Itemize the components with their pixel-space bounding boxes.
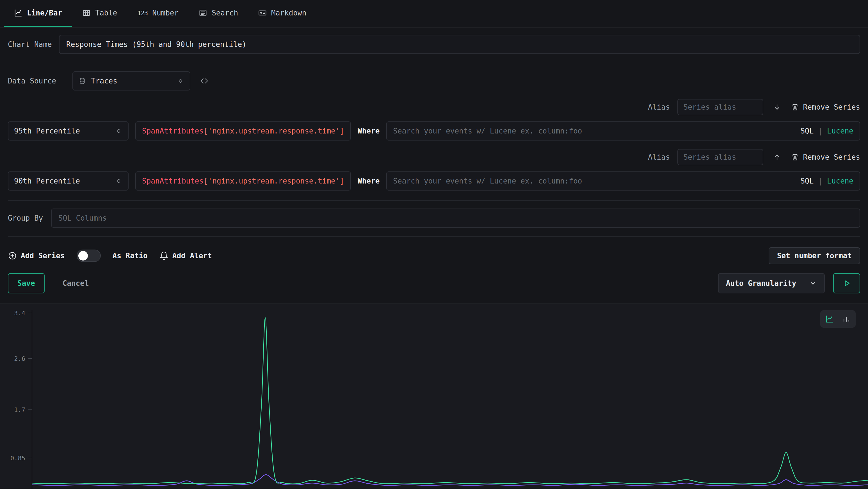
move-series-down-button[interactable]: [771, 100, 783, 114]
save-button[interactable]: Save: [8, 273, 44, 293]
field-function: SpanAttributes: [142, 177, 204, 185]
select-chevrons-icon: [177, 77, 184, 85]
tab-label: Number: [152, 9, 179, 17]
bar-chart-toggle-button[interactable]: [839, 312, 854, 326]
chart-svg: 0.851.72.63.4: [0, 304, 868, 489]
save-row: Save Cancel Auto Granularity: [8, 273, 860, 293]
line-chart-icon: [14, 9, 23, 17]
aggregation-value: 90th Percentile: [14, 177, 110, 185]
code-editor-button[interactable]: [198, 74, 211, 88]
series-2-where-input[interactable]: [393, 177, 795, 185]
series-1-aggregation-select[interactable]: 95th Percentile: [8, 121, 129, 141]
data-source-select[interactable]: Traces: [72, 71, 190, 90]
run-query-button[interactable]: [833, 273, 860, 293]
tab-label: Line/Bar: [27, 9, 62, 17]
query-language-toggle: SQL | Lucene: [800, 177, 854, 185]
set-number-format-button[interactable]: Set number format: [769, 247, 860, 264]
add-alert-button[interactable]: Add Alert: [159, 251, 212, 260]
lucene-toggle[interactable]: Lucene: [827, 127, 854, 135]
data-source-label: Data Source: [8, 77, 59, 85]
search-list-icon: [199, 9, 207, 17]
series-2-alias-input[interactable]: [677, 149, 763, 165]
granularity-select[interactable]: Auto Granularity: [718, 273, 825, 293]
add-alert-label: Add Alert: [173, 252, 212, 260]
field-argument: ['nginx.upstream.response.time']: [204, 127, 344, 135]
number-123-icon: 123: [137, 9, 148, 17]
series-1-where-input[interactable]: [393, 127, 795, 135]
select-chevrons-icon: [115, 127, 122, 135]
series-2-alias-row: Alias Remove Series: [8, 149, 860, 165]
section-divider: [8, 200, 860, 201]
chart-type-toggle: [820, 310, 856, 328]
language-divider: |: [818, 177, 823, 185]
chart-name-input[interactable]: [59, 35, 860, 54]
data-source-value: Traces: [91, 77, 172, 85]
tab-bar: Line/Bar Table 123 Number Search Markdow…: [0, 0, 868, 28]
line-chart-toggle-button[interactable]: [822, 312, 837, 326]
trash-icon: [791, 103, 799, 111]
bell-icon: [159, 251, 168, 260]
table-icon: [82, 9, 91, 17]
trash-icon: [791, 153, 799, 161]
sql-toggle[interactable]: SQL: [800, 177, 813, 185]
tab-label: Markdown: [271, 9, 306, 17]
query-language-toggle: SQL | Lucene: [800, 127, 854, 135]
field-argument: ['nginx.upstream.response.time']: [204, 177, 344, 185]
svg-text:2.6: 2.6: [14, 355, 25, 362]
bar-chart-icon: [842, 315, 850, 323]
language-divider: |: [818, 127, 823, 135]
tab-markdown[interactable]: Markdown: [248, 0, 316, 27]
field-function: SpanAttributes: [142, 127, 204, 135]
where-label: Where: [358, 177, 379, 185]
svg-text:1.7: 1.7: [14, 406, 25, 413]
alias-label: Alias: [648, 103, 670, 111]
actions-row: Add Series As Ratio Add Alert Set number…: [8, 247, 860, 264]
series-2-aggregation-select[interactable]: 90th Percentile: [8, 171, 129, 191]
arrow-down-icon: [773, 103, 781, 111]
series-2-field[interactable]: SpanAttributes['nginx.upstream.response.…: [135, 171, 351, 191]
remove-series-1-button[interactable]: Remove Series: [791, 103, 861, 111]
remove-series-label: Remove Series: [803, 103, 861, 111]
add-series-button[interactable]: Add Series: [8, 251, 65, 260]
arrow-up-icon: [773, 153, 781, 161]
line-chart-icon: [825, 315, 834, 323]
chart-form: Chart Name Data Source Traces Alias: [0, 35, 868, 293]
tab-label: Search: [212, 9, 238, 17]
add-series-label: Add Series: [21, 252, 65, 260]
group-by-input[interactable]: [51, 208, 860, 228]
chart-builder: Line/Bar Table 123 Number Search Markdow…: [0, 0, 868, 488]
database-icon: [79, 77, 86, 85]
group-by-label: Group By: [8, 214, 51, 222]
granularity-value: Auto Granularity: [726, 279, 796, 287]
chart-panel: 0.851.72.63.4: [0, 303, 868, 488]
svg-text:3.4: 3.4: [14, 310, 25, 317]
series-1-row: 95th Percentile SpanAttributes['nginx.up…: [8, 121, 860, 141]
play-icon: [842, 279, 851, 287]
where-label: Where: [358, 127, 379, 135]
move-series-up-button[interactable]: [771, 151, 783, 164]
chevron-down-icon: [809, 279, 817, 287]
series-1-field[interactable]: SpanAttributes['nginx.upstream.response.…: [135, 121, 351, 141]
toggle-knob: [78, 251, 88, 260]
tab-number[interactable]: 123 Number: [127, 0, 189, 27]
cancel-button[interactable]: Cancel: [63, 279, 89, 287]
tab-search[interactable]: Search: [189, 0, 248, 27]
section-divider: [8, 236, 860, 237]
remove-series-2-button[interactable]: Remove Series: [791, 153, 861, 161]
chart-name-label: Chart Name: [8, 40, 59, 49]
select-chevrons-icon: [115, 177, 122, 185]
svg-text:0.85: 0.85: [10, 455, 25, 462]
remove-series-label: Remove Series: [803, 153, 861, 161]
tab-line-bar[interactable]: Line/Bar: [4, 0, 72, 27]
markdown-icon: [258, 9, 267, 17]
as-ratio-label: As Ratio: [113, 252, 148, 260]
alias-label: Alias: [648, 153, 670, 161]
tab-table[interactable]: Table: [72, 0, 127, 27]
sql-toggle[interactable]: SQL: [800, 127, 813, 135]
series-1-alias-input[interactable]: [677, 99, 763, 115]
aggregation-value: 95th Percentile: [14, 127, 110, 135]
chart-name-row: Chart Name: [8, 35, 860, 54]
lucene-toggle[interactable]: Lucene: [827, 177, 854, 185]
as-ratio-toggle[interactable]: [76, 250, 101, 262]
series-2-row: 90th Percentile SpanAttributes['nginx.up…: [8, 171, 860, 191]
